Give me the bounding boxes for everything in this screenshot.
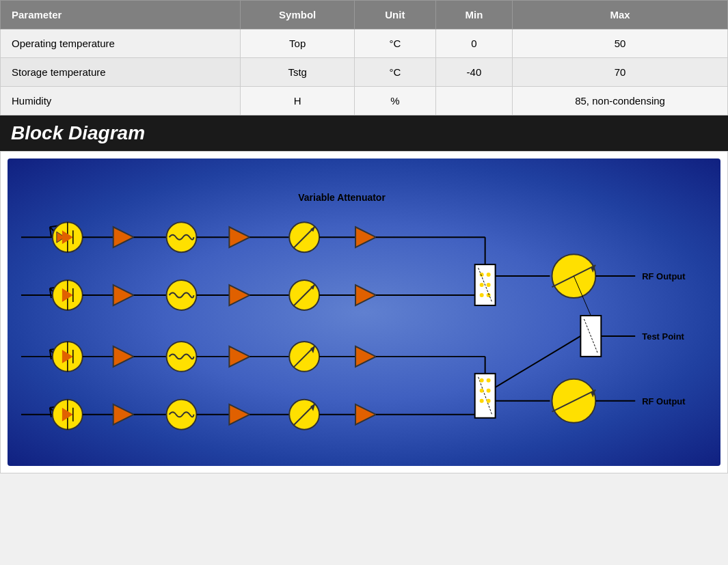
- max-humidity: 85, non-condensing: [513, 87, 728, 115]
- header-min: Min: [435, 1, 512, 29]
- header-parameter: Parameter: [1, 1, 241, 29]
- svg-marker-36: [229, 285, 250, 305]
- param-humidity: Humidity: [1, 87, 241, 115]
- svg-marker-14: [229, 227, 250, 247]
- unit-storage-temp: °C: [354, 58, 435, 87]
- rf-output-1-label: RF Output: [642, 271, 686, 281]
- svg-marker-10: [113, 227, 134, 247]
- block-diagram-container: Variable Attenuator: [0, 151, 728, 473]
- min-humidity: [435, 87, 512, 115]
- svg-point-104: [480, 378, 484, 383]
- symbol-storage-temp: Tstg: [241, 58, 355, 87]
- diagram-inner: Variable Attenuator: [8, 159, 720, 466]
- specs-table: Parameter Symbol Unit Min Max Operating …: [0, 0, 728, 115]
- svg-marker-77: [355, 346, 376, 367]
- svg-point-106: [480, 389, 484, 393]
- svg-point-91: [167, 400, 197, 430]
- svg-marker-71: [229, 346, 250, 367]
- svg-marker-89: [113, 404, 134, 425]
- variable-attenuator-label: Variable Attenuator: [298, 192, 386, 203]
- unit-humidity: %: [354, 87, 435, 115]
- svg-marker-99: [355, 404, 376, 425]
- block-diagram-header: Block Diagram: [0, 115, 728, 151]
- svg-marker-42: [355, 285, 376, 305]
- svg-marker-93: [229, 404, 250, 425]
- svg-point-69: [167, 342, 197, 372]
- svg-point-109: [487, 399, 491, 403]
- svg-point-107: [487, 389, 491, 393]
- max-storage-temp: 70: [513, 58, 728, 87]
- svg-rect-102: [475, 374, 496, 418]
- svg-point-108: [480, 399, 484, 403]
- svg-point-49: [487, 283, 491, 287]
- max-operating-temp: 50: [513, 29, 728, 58]
- symbol-operating-temp: Top: [241, 29, 355, 58]
- unit-operating-temp: °C: [354, 29, 435, 58]
- header-max: Max: [513, 1, 728, 29]
- svg-point-105: [487, 378, 491, 383]
- min-storage-temp: -40: [435, 58, 512, 87]
- svg-point-50: [480, 293, 484, 297]
- svg-point-34: [167, 280, 197, 310]
- svg-marker-67: [113, 346, 134, 367]
- header-symbol: Symbol: [241, 1, 355, 29]
- rf-output-2-label: RF Output: [642, 396, 686, 406]
- param-operating-temp: Operating temperature: [1, 29, 241, 58]
- header-unit: Unit: [354, 1, 435, 29]
- table-row: Humidity H % 85, non-condensing: [1, 87, 728, 115]
- svg-marker-32: [113, 285, 134, 305]
- svg-point-47: [487, 273, 491, 277]
- test-point-label: Test Point: [642, 331, 684, 342]
- min-operating-temp: 0: [435, 29, 512, 58]
- param-storage-temp: Storage temperature: [1, 58, 241, 87]
- svg-marker-20: [355, 227, 376, 247]
- diagram-svg: Variable Attenuator: [8, 159, 720, 466]
- table-row: Operating temperature Top °C 0 50: [1, 29, 728, 58]
- svg-point-12: [167, 222, 197, 252]
- table-row: Storage temperature Tstg °C -40 70: [1, 58, 728, 87]
- block-diagram-title: Block Diagram: [11, 122, 145, 143]
- symbol-humidity: H: [241, 87, 355, 115]
- svg-point-46: [480, 273, 484, 277]
- svg-point-48: [480, 283, 484, 287]
